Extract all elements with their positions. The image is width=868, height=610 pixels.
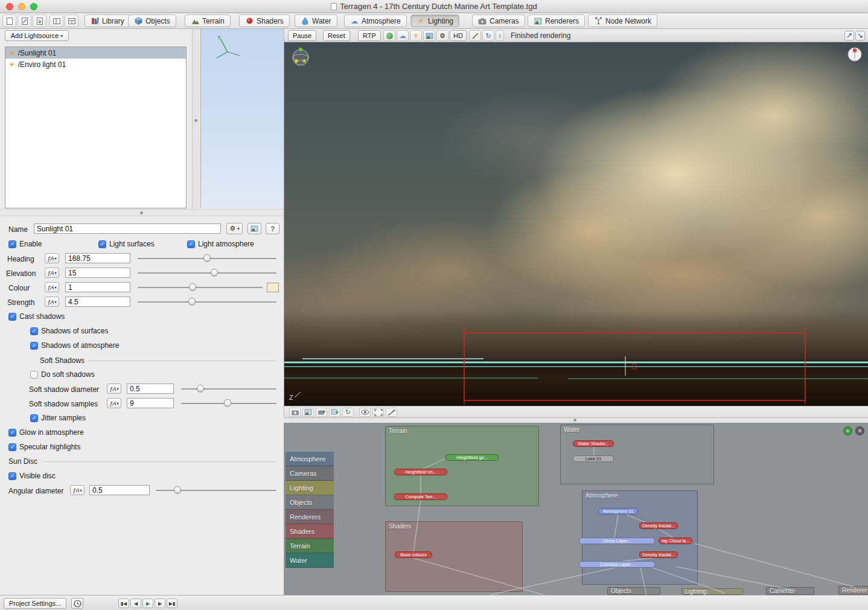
strength-slider-handle[interactable]: [188, 298, 196, 305]
layout-one-button[interactable]: [49, 14, 63, 27]
help-button[interactable]: ?: [266, 223, 279, 234]
save-project-button[interactable]: [33, 14, 46, 27]
node-lake[interactable]: Lake 01: [573, 455, 614, 462]
shadows-of-surfaces-checkbox[interactable]: ✓Shadows of surfaces: [30, 327, 108, 335]
soft-shadow-diameter-field[interactable]: [127, 384, 174, 394]
tab-water[interactable]: Water: [295, 14, 337, 27]
elevation-slider-handle[interactable]: [211, 269, 218, 276]
colour-slider-handle[interactable]: [189, 283, 196, 291]
light-surfaces-checkbox[interactable]: ✓Light surfaces: [98, 240, 155, 248]
soft-shadow-samples-slider[interactable]: [181, 398, 276, 408]
tab-shaders[interactable]: Shaders: [239, 14, 290, 27]
pause-button[interactable]: Pause: [288, 30, 316, 41]
colour-field[interactable]: [65, 282, 130, 292]
soft-shadow-samples-fx-button[interactable]: ƒA▾: [107, 398, 121, 408]
specular-highlights-checkbox[interactable]: ✓Specular highlights: [8, 443, 80, 451]
heading-slider-handle[interactable]: [203, 254, 211, 262]
node-base-colours[interactable]: Base colours: [395, 551, 432, 558]
jitter-samples-checkbox[interactable]: ✓Jitter samples: [30, 414, 86, 422]
go-last-frame-button[interactable]: ▶▮: [167, 599, 177, 608]
play-button[interactable]: ▶: [142, 599, 153, 608]
new-project-button[interactable]: [2, 14, 16, 27]
visible-disc-checkbox[interactable]: ✓Visible disc: [8, 472, 56, 480]
horizontal-splitter-handle[interactable]: [140, 211, 143, 214]
strength-field[interactable]: [65, 297, 130, 307]
do-soft-shadows-checkbox[interactable]: Do soft shadows: [30, 370, 95, 379]
tab-objects[interactable]: Objects: [128, 14, 176, 27]
soft-shadow-diameter-slider[interactable]: [181, 384, 276, 394]
rtp-button[interactable]: RTP: [358, 30, 381, 41]
visibility-button[interactable]: [359, 408, 371, 417]
close-node-panel-button[interactable]: ×: [855, 426, 864, 435]
refresh-view-button[interactable]: ↻: [482, 30, 494, 41]
render-viewport[interactable]: Z: [284, 42, 868, 406]
reset-button[interactable]: Reset: [323, 30, 350, 41]
colour-fx-button[interactable]: ƒA▾: [45, 282, 59, 292]
cast-shadows-checkbox[interactable]: ✓Cast shadows: [8, 312, 65, 321]
node-cumulus-layer[interactable]: Cumulus Layer...: [579, 561, 655, 568]
render-info-button[interactable]: i: [496, 30, 504, 41]
tab-library[interactable]: Library: [85, 14, 130, 27]
layout-two-button[interactable]: [65, 14, 78, 27]
node-density-fractal-2[interactable]: Density fractal...: [639, 551, 678, 558]
render-lighting-toggle[interactable]: ☀: [410, 30, 422, 41]
node-network-panel[interactable]: Terrain Water Shaders Atmosphere Objects…: [284, 423, 868, 595]
prev-frame-button[interactable]: ◀: [130, 599, 141, 608]
node-density-fractal-1[interactable]: Density fractal...: [639, 522, 678, 529]
tab-atmosphere[interactable]: ☁ Atmosphere: [344, 14, 407, 27]
soft-shadow-diameter-fx-button[interactable]: ƒA▾: [107, 384, 121, 394]
crop-region-button[interactable]: [372, 408, 384, 417]
image-view-button[interactable]: [302, 408, 314, 417]
elevation-slider[interactable]: [138, 268, 276, 278]
tab-renderers[interactable]: Renderers: [528, 14, 585, 27]
tab-node-network[interactable]: Node Network: [588, 14, 657, 27]
tab-lighting[interactable]: ☀ Lighting: [410, 14, 459, 27]
node-cirrus-layer[interactable]: Cirrus Layer...: [579, 538, 655, 544]
render-atmosphere-toggle[interactable]: ☁: [397, 30, 409, 41]
colour-swatch[interactable]: [267, 283, 279, 292]
vertical-splitter-handle[interactable]: [194, 119, 197, 122]
elevation-field[interactable]: [65, 268, 130, 278]
reload-render-button[interactable]: ↻: [342, 408, 354, 417]
soft-shadow-diameter-slider-handle[interactable]: [197, 385, 204, 392]
add-node-button[interactable]: +: [843, 426, 852, 435]
render-quality-button[interactable]: [383, 30, 395, 41]
render-snapshot-button[interactable]: [423, 30, 435, 41]
node-rep-cloud-layer[interactable]: rep Cloud la...: [659, 538, 692, 544]
soft-shadow-samples-slider-handle[interactable]: [224, 399, 231, 406]
elevation-fx-button[interactable]: ƒA▾: [45, 268, 59, 278]
node-heightfield-generate[interactable]: Heightfield ge...: [445, 454, 499, 461]
preview-thumbnail-button[interactable]: [247, 223, 261, 234]
heading-fx-button[interactable]: ƒA▾: [45, 253, 59, 263]
next-frame-button[interactable]: ▶: [155, 599, 165, 608]
name-field[interactable]: [34, 223, 221, 234]
node-atmosphere-01[interactable]: Atmosphere 01: [598, 508, 638, 515]
glow-in-atmosphere-checkbox[interactable]: ✓Glow in atmosphere: [8, 428, 84, 437]
project-settings-button[interactable]: Project Settings...: [4, 598, 66, 609]
copy-image-button[interactable]: [329, 408, 340, 417]
go-first-frame-button[interactable]: ▮◀: [118, 599, 129, 608]
heading-slider[interactable]: [138, 253, 276, 263]
colour-slider[interactable]: [138, 282, 263, 292]
add-lightsource-button[interactable]: Add Lightsource ▾: [5, 30, 69, 41]
list-item-sunlight[interactable]: ☀ /Sunlight 01: [5, 47, 186, 59]
copy-camera-button[interactable]: [316, 408, 327, 417]
shadows-of-atmosphere-checkbox[interactable]: ✓Shadows of atmosphere: [30, 341, 119, 350]
render-nodenet-splitter-handle[interactable]: [573, 419, 576, 422]
list-item-enviro-light[interactable]: ☀ /Enviro light 01: [5, 59, 186, 70]
heading-field[interactable]: [65, 253, 130, 263]
angular-diameter-slider-handle[interactable]: [174, 486, 181, 493]
expand-panel-button[interactable]: [855, 31, 865, 40]
hd-button[interactable]: HD: [450, 30, 467, 41]
open-project-button[interactable]: [18, 14, 31, 27]
tonemap-curve-button[interactable]: [386, 408, 397, 417]
camera-view-button[interactable]: [289, 408, 301, 417]
angular-diameter-slider[interactable]: [156, 485, 276, 495]
angular-diameter-fx-button[interactable]: ƒA▾: [70, 485, 85, 495]
timeline-clock-button[interactable]: [71, 598, 83, 609]
tab-terrain[interactable]: Terrain: [185, 14, 231, 27]
measure-tool-button[interactable]: [469, 30, 481, 41]
node-heightfield-shader[interactable]: Heightfield sh...: [394, 469, 447, 475]
undock-panel-button[interactable]: [844, 31, 854, 40]
angular-diameter-field[interactable]: [89, 485, 150, 495]
